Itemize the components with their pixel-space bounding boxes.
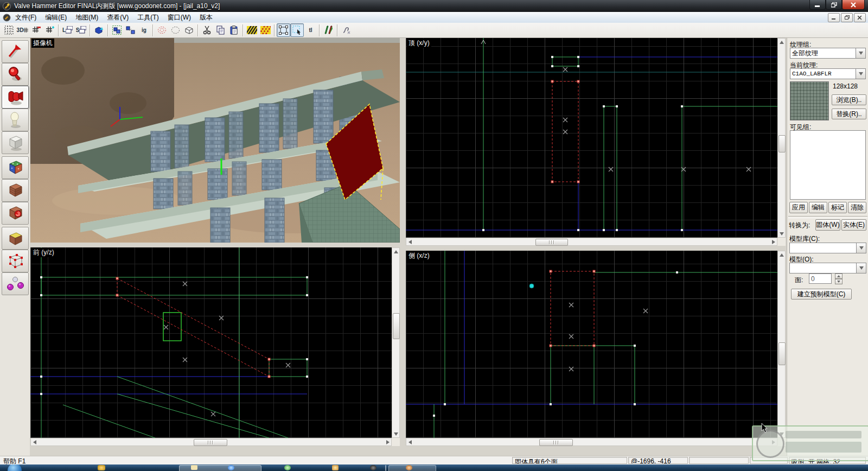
menu-view[interactable]: 查看(V) <box>103 12 133 23</box>
to-world-button[interactable]: 固体(W) <box>815 219 840 231</box>
texture-scale-lock-button[interactable] <box>259 23 272 37</box>
top-wireframe-layer <box>406 38 777 238</box>
ungroup-button[interactable] <box>124 23 137 37</box>
menu-window[interactable]: 窗口(W) <box>163 12 195 23</box>
title-bar[interactable]: Valve Hammer Editor FINAL内测版 [www.goodon… <box>0 0 868 12</box>
model-library-combobox[interactable] <box>789 243 866 253</box>
toggle-grid-button[interactable] <box>2 23 16 37</box>
tool-magnify-button[interactable] <box>2 63 29 86</box>
smaller-grid-button[interactable] <box>29 23 43 37</box>
toggle-3d-grid-button[interactable]: 3D <box>16 23 29 37</box>
document-system-icon[interactable] <box>3 14 11 22</box>
taskbar-icon-6[interactable] <box>406 465 412 470</box>
cut-button[interactable] <box>200 23 214 37</box>
tool-selection-button[interactable] <box>2 40 29 63</box>
current-texture-dropdown-icon[interactable] <box>856 69 865 79</box>
status-empty-segment <box>689 457 749 464</box>
viewport-3d[interactable]: 摄像机 <box>30 38 400 243</box>
to-entity-button[interactable]: 实体(E) <box>841 219 866 231</box>
texture-lock-tl-button[interactable]: tl <box>304 23 317 37</box>
ignore-groups-button[interactable]: ig <box>137 23 151 37</box>
apply-button[interactable]: 应用 <box>789 202 808 213</box>
load-window-state-button[interactable]: L <box>61 23 74 37</box>
side-hscrollbar[interactable] <box>406 438 777 446</box>
save-window-state-button[interactable]: S <box>74 23 88 37</box>
side-vscroll-thumb[interactable] <box>778 342 786 365</box>
taskbar-icon-4[interactable] <box>332 465 339 470</box>
menu-file[interactable]: 文件(F) <box>11 12 41 23</box>
front-vscrollbar[interactable] <box>392 247 400 438</box>
top-vscroll-thumb[interactable] <box>778 135 786 152</box>
face-count-field[interactable] <box>809 273 832 284</box>
smoothing-groups-button[interactable] <box>340 23 353 37</box>
windows-taskbar <box>0 464 868 471</box>
select-handles-button[interactable] <box>277 23 290 37</box>
model-dropdown-icon[interactable] <box>856 263 866 273</box>
top-hscrollbar[interactable] <box>406 238 777 246</box>
clear-button[interactable]: 清除 <box>848 202 866 213</box>
visible-groups-listbox[interactable] <box>790 130 866 200</box>
paste-button[interactable] <box>227 23 241 37</box>
viewport-top[interactable]: 顶 (x/y) <box>406 38 777 238</box>
minimize-button[interactable] <box>809 0 826 10</box>
carve-button[interactable] <box>92 23 106 37</box>
taskbar-app-button[interactable] <box>388 465 436 471</box>
current-texture-combobox[interactable]: C1AO_LABFLR <box>790 68 866 79</box>
viewport-front[interactable]: 前 (y/z) <box>30 247 392 438</box>
tool-clipping-button[interactable] <box>2 227 29 250</box>
mdi-restore-button[interactable] <box>841 13 853 22</box>
menu-map[interactable]: 地图(M) <box>71 12 103 23</box>
menu-version[interactable]: 版本 <box>195 12 217 23</box>
texture-lock-button[interactable] <box>245 23 259 37</box>
edit-button[interactable]: 编辑 <box>809 202 827 213</box>
cordon-edit-button[interactable] <box>169 23 182 37</box>
copy-button[interactable] <box>214 23 227 37</box>
larger-grid-button[interactable] <box>43 23 56 37</box>
hollow-button[interactable] <box>155 23 169 37</box>
tool-apply-current-texture-button[interactable] <box>2 179 29 202</box>
selection-outline-side <box>551 271 594 346</box>
taskbar-icon-2[interactable] <box>228 465 234 470</box>
top-hscroll-thumb[interactable] <box>535 239 568 246</box>
taskbar-icon-1[interactable] <box>98 465 105 470</box>
close-button[interactable] <box>842 0 865 10</box>
side-vscrollbar[interactable] <box>777 251 786 438</box>
browse-button[interactable]: 浏览(B).. <box>832 94 866 105</box>
tool-camera-button[interactable] <box>2 86 29 109</box>
tool-apply-decals-button[interactable] <box>2 202 29 225</box>
mdi-minimize-button[interactable] <box>828 13 840 22</box>
model-library-dropdown-icon[interactable] <box>856 243 866 253</box>
texture-size-label: 128x128 <box>833 82 858 90</box>
viewport-side[interactable]: 侧 (x/z) <box>406 251 777 438</box>
top-vscrollbar[interactable] <box>777 38 786 238</box>
replace-button[interactable]: 替换(R).. <box>832 109 866 119</box>
menu-tools[interactable]: 工具(T) <box>133 12 163 23</box>
tool-block-button[interactable] <box>2 131 29 154</box>
taskbar-icon-5[interactable] <box>370 465 376 470</box>
face-spin-up-button[interactable] <box>835 273 843 279</box>
texture-group-combobox[interactable]: 全部纹理 <box>790 48 866 59</box>
front-vscroll-thumb[interactable] <box>393 313 400 339</box>
side-hscroll-thumb[interactable] <box>539 439 573 446</box>
cordon-toggle-button[interactable] <box>182 23 196 37</box>
tool-entity-button[interactable] <box>2 109 29 131</box>
tool-path-button[interactable] <box>2 272 29 295</box>
taskbar-icon-3[interactable] <box>284 465 291 470</box>
restore-button[interactable] <box>826 0 842 10</box>
tool-vertex-button[interactable] <box>2 250 29 272</box>
front-hscrollbar[interactable] <box>30 438 392 446</box>
flip-faces-button[interactable] <box>322 23 335 37</box>
menu-edit[interactable]: 编辑(E) <box>41 12 71 23</box>
front-hscroll-thumb[interactable] <box>194 439 227 446</box>
create-prefab-button[interactable]: 建立预制模型(C) <box>791 289 852 300</box>
face-spin-down-button[interactable] <box>835 279 843 284</box>
model-combobox[interactable] <box>789 263 866 273</box>
tool-texture-apply-button[interactable] <box>2 156 29 179</box>
auto-select-button[interactable] <box>290 23 304 37</box>
taskbar-folder-icon[interactable] <box>191 465 197 470</box>
mdi-close-button[interactable] <box>854 13 866 22</box>
start-button[interactable] <box>8 464 22 471</box>
group-button[interactable] <box>110 23 124 37</box>
texture-group-dropdown-icon[interactable] <box>856 48 865 58</box>
mark-button[interactable]: 标记 <box>828 202 847 213</box>
